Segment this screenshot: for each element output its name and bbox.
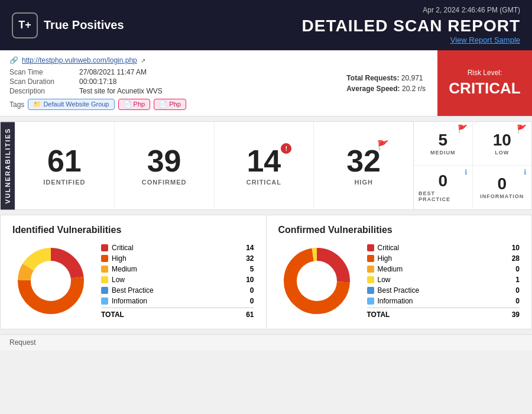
tags-label: Tags — [9, 101, 24, 109]
legend-item: Critical 10 — [367, 244, 520, 252]
information-info-icon: ℹ — [524, 168, 527, 176]
vuln-mini-label-bestpractice: BEST PRACTICE — [419, 190, 468, 202]
risk-level-label: Risk Level: — [468, 69, 502, 77]
logo-symbol: T+ — [18, 19, 31, 31]
legend-identified-total: TOTAL61 — [101, 308, 254, 319]
tag-php-1[interactable]: 📄 Php — [118, 99, 151, 110]
svg-point-8 — [300, 264, 333, 297]
vuln-mini-label-medium: MEDIUM — [430, 150, 456, 156]
bestpractice-info-icon: ℹ — [465, 168, 468, 176]
risk-level-box: Risk Level: CRITICAL — [437, 50, 532, 116]
legend-item: Low 1 — [367, 276, 520, 284]
tags-row: Tags 📁 Default Website Group 📄 Php 📄 Php — [9, 99, 325, 110]
vuln-stat-high: 32🚩 HIGH — [314, 122, 413, 209]
description-label: Description — [9, 87, 74, 95]
avg-speed-label: Average Speed: — [346, 85, 400, 93]
bottom-bar: Request — [0, 334, 532, 350]
vuln-mini-medium: 🚩 5 MEDIUM — [414, 122, 473, 166]
vuln-stat-critical: 14! CRITICAL — [215, 122, 314, 209]
external-link-icon: ↗ — [141, 57, 145, 64]
legend-item: Critical 14 — [101, 244, 254, 252]
legend-identified: Critical 14 High 32 Medium 5 Low 10 Best… — [101, 244, 254, 319]
risk-level-value: CRITICAL — [449, 79, 520, 98]
vuln-stat-confirmed: 39 CONFIRMED — [115, 122, 215, 209]
vuln-right-grid: 🚩 5 MEDIUM 🚩 10 LOW ℹ 0 BEST PRACTICE ℹ … — [413, 122, 531, 209]
scan-info-left: 🔗 http://testphp.vulnweb.com/login.php ↗… — [0, 50, 335, 116]
legend-item: Medium 0 — [367, 265, 520, 273]
chart-identified-title: Identified Vulnerabilities — [12, 225, 254, 235]
legend-confirmed-total: TOTAL39 — [367, 308, 520, 319]
link-icon: 🔗 — [9, 56, 18, 64]
charts-section: Identified Vulnerabilities — [0, 215, 532, 329]
vuln-label-confirmed: CONFIRMED — [142, 179, 187, 186]
url-text[interactable]: http://testphp.vulnweb.com/login.php — [22, 56, 137, 64]
chart-identified-panel: Identified Vulnerabilities — [0, 215, 267, 329]
legend-item: Information 0 — [101, 297, 254, 305]
header: T+ True Positives Apr 2, 2024 2:46:46 PM… — [0, 0, 532, 50]
scan-duration-value: 00:00:17:18 — [79, 77, 325, 86]
legend-item: Low 10 — [101, 276, 254, 284]
chart-confirmed-content: Critical 10 High 28 Medium 0 Low 1 Best … — [278, 242, 520, 319]
total-requests-value: 20,971 — [401, 74, 423, 82]
legend-item: Medium 5 — [101, 265, 254, 273]
vulnerabilities-section: VULNERABILITIES 61 IDENTIFIED 39 CONFIRM… — [0, 121, 532, 210]
vuln-mini-label-low: LOW — [495, 150, 509, 156]
vuln-stats: 61 IDENTIFIED 39 CONFIRMED 14! CRITICAL … — [15, 122, 413, 209]
vuln-mini-number-bestpractice: 0 — [438, 173, 447, 189]
vuln-number-confirmed: 39 — [147, 145, 181, 176]
vuln-number-critical: 14! — [246, 145, 281, 176]
report-title: DETAILED SCAN REPORT — [302, 17, 521, 35]
critical-badge: ! — [281, 143, 291, 154]
vuln-mini-low: 🚩 10 LOW — [473, 122, 532, 166]
chart-confirmed-title: Confirmed Vulnerabilities — [278, 225, 520, 235]
logo-text: True Positives — [44, 18, 124, 32]
bottom-bar-label: Request — [9, 338, 36, 347]
scan-duration-label: Scan Duration — [9, 77, 74, 86]
vuln-label-high: HIGH — [354, 179, 373, 186]
scan-info-middle: Total Requests: 20,971 Average Speed: 20… — [335, 50, 437, 116]
legend-item: Best Practice 0 — [101, 286, 254, 295]
legend-item: Best Practice 0 — [367, 286, 520, 295]
legend-confirmed: Critical 10 High 28 Medium 0 Low 1 Best … — [367, 244, 520, 319]
legend-item: High 28 — [367, 254, 520, 263]
vuln-number-high: 32🚩 — [346, 145, 381, 176]
scan-time-value: 27/08/2021 11:47 AM — [79, 68, 325, 76]
high-flag-icon: 🚩 — [377, 141, 389, 150]
vuln-mini-bestpractice: ℹ 0 BEST PRACTICE — [414, 166, 473, 209]
logo-area: T+ True Positives — [12, 12, 124, 38]
vuln-mini-number-information: 0 — [497, 176, 507, 192]
chart-identified-content: Critical 14 High 32 Medium 5 Low 10 Best… — [12, 242, 254, 319]
tag-default-website[interactable]: 📁 Default Website Group — [28, 99, 114, 110]
description-value: Test site for Acunetix WVS — [79, 87, 325, 95]
vuln-stat-identified: 61 IDENTIFIED — [15, 122, 115, 209]
header-datetime: Apr 2, 2024 2:46:46 PM (GMT) — [302, 6, 521, 14]
scan-url: 🔗 http://testphp.vulnweb.com/login.php ↗ — [9, 56, 325, 64]
vuln-label-identified: IDENTIFIED — [43, 179, 85, 186]
low-flag-icon: 🚩 — [517, 124, 527, 134]
total-requests: Total Requests: 20,971 — [346, 74, 426, 82]
vuln-mini-number-medium: 5 — [438, 132, 447, 148]
scan-time-label: Scan Time — [9, 68, 74, 76]
chart-confirmed-panel: Confirmed Vulnerabilities Critical — [267, 215, 533, 329]
svg-point-4 — [34, 264, 67, 297]
medium-flag-icon: 🚩 — [458, 124, 468, 134]
logo-icon: T+ — [12, 12, 38, 38]
vuln-mini-label-information: INFORMATION — [480, 193, 524, 199]
scan-info-row: 🔗 http://testphp.vulnweb.com/login.php ↗… — [0, 50, 532, 117]
legend-item: Information 0 — [367, 297, 520, 305]
header-right: Apr 2, 2024 2:46:46 PM (GMT) DETAILED SC… — [302, 6, 521, 44]
avg-speed: Average Speed: 20.2 r/s — [346, 85, 426, 93]
avg-speed-value: 20.2 r/s — [402, 85, 426, 93]
vuln-sidebar-label: VULNERABILITIES — [1, 122, 15, 209]
view-report-link[interactable]: View Report Sample — [450, 35, 520, 44]
donut-confirmed — [278, 242, 355, 319]
total-requests-label: Total Requests: — [346, 74, 399, 82]
vuln-mini-information: ℹ 0 INFORMATION — [473, 166, 532, 209]
vuln-number-identified: 61 — [47, 145, 82, 176]
scan-details-grid: Scan Time 27/08/2021 11:47 AM Scan Durat… — [9, 68, 325, 95]
tag-php-2[interactable]: 📄 Php — [154, 99, 186, 110]
donut-identified — [12, 242, 89, 319]
legend-item: High 32 — [101, 254, 254, 263]
vuln-mini-number-low: 10 — [493, 132, 511, 148]
vuln-label-critical: CRITICAL — [246, 179, 281, 186]
